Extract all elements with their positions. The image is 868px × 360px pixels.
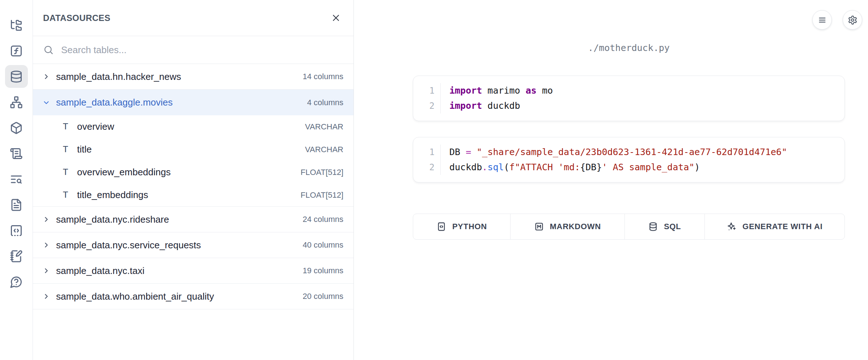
text-search-icon <box>10 173 23 186</box>
table-name: sample_data.nyc.taxi <box>56 265 144 277</box>
column-type: VARCHAR <box>305 145 343 154</box>
table-column-count: 14 columns <box>302 72 343 81</box>
table-name: sample_data.who.ambient_air_quality <box>56 291 214 302</box>
activity-bar <box>0 0 33 360</box>
column-type: FLOAT[512] <box>301 168 343 177</box>
help-chat-icon <box>10 275 23 288</box>
database-icon <box>10 70 23 83</box>
chevron-right-icon <box>42 292 50 300</box>
cells-container: 1import marimo as mo2import duckdb1DB = … <box>413 53 845 183</box>
sidebar-item-file-explorer[interactable] <box>5 14 28 37</box>
scroll-text-icon <box>10 147 23 160</box>
search-tables-input[interactable] <box>61 44 343 56</box>
chevron-right-icon <box>42 73 50 81</box>
varchar-type-icon: T <box>61 121 70 132</box>
table-search <box>33 36 353 64</box>
table-row[interactable]: sample_data.who.ambient_air_quality20 co… <box>33 284 353 309</box>
table-row[interactable]: sample_data.nyc.rideshare24 columns <box>33 207 353 232</box>
table-column-count: 24 columns <box>302 215 343 224</box>
sidebar-item-datasources[interactable] <box>5 65 28 88</box>
sparkles-icon <box>727 222 737 232</box>
file-text-icon <box>10 198 23 211</box>
settings-gear-icon <box>848 15 858 25</box>
table-row[interactable]: sample_data.nyc.taxi19 columns <box>33 258 353 284</box>
line-number: 1 <box>423 83 441 98</box>
chevron-right-icon <box>42 267 50 275</box>
marimo-app: DATASOURCES sample_data.hn.hacker_news14… <box>0 0 868 360</box>
column-name: title_embeddings <box>77 189 148 201</box>
varchar-type-icon: T <box>61 190 70 201</box>
chevron-down-icon <box>42 99 50 107</box>
sidebar-item-snippets[interactable] <box>5 219 28 242</box>
table-column-count: 4 columns <box>307 98 343 107</box>
add-python-cell-button[interactable]: PYTHON <box>413 214 511 239</box>
close-panel-button[interactable] <box>329 11 343 25</box>
notebook-area: ./motherduck.py 1import marimo as mo2imp… <box>354 0 868 360</box>
line-number: 2 <box>423 98 441 113</box>
sidebar-item-logs[interactable] <box>5 142 28 165</box>
code-line: 1DB = "_share/sample_data/23b0d623-1361-… <box>423 145 835 160</box>
notebook-menu-button[interactable] <box>812 10 832 30</box>
code-content: import marimo as mo <box>441 83 553 98</box>
code-content: import duckdb <box>441 98 520 113</box>
datasources-panel-header: DATASOURCES <box>33 0 353 36</box>
column-row[interactable]: TtitleVARCHAR <box>33 138 353 161</box>
column-row[interactable]: ToverviewVARCHAR <box>33 115 353 138</box>
code-line: 2import duckdb <box>423 98 835 113</box>
settings-button[interactable] <box>843 10 862 30</box>
chevron-right-icon <box>42 241 50 249</box>
column-row[interactable]: Toverview_embeddingsFLOAT[512] <box>33 161 353 184</box>
markdown-square-icon <box>534 222 544 232</box>
sidebar-item-variables[interactable] <box>5 39 28 62</box>
sidebar-item-documentation[interactable] <box>5 193 28 216</box>
column-name: overview <box>77 121 114 132</box>
network-icon <box>10 96 23 109</box>
tables-list: sample_data.hn.hacker_news14 columnssamp… <box>33 64 353 360</box>
code-cell[interactable]: 1DB = "_share/sample_data/23b0d623-1361-… <box>413 137 845 183</box>
sidebar-item-scratchpad[interactable] <box>5 245 28 267</box>
add-markdown-cell-button[interactable]: MARKDOWN <box>511 214 625 239</box>
box-icon <box>10 121 23 134</box>
menu-icon <box>817 15 827 25</box>
sidebar-item-packages[interactable] <box>5 116 28 139</box>
varchar-type-icon: T <box>61 144 70 155</box>
datasources-panel: DATASOURCES sample_data.hn.hacker_news14… <box>33 0 354 360</box>
top-actions <box>812 10 862 30</box>
search-icon <box>43 44 54 55</box>
sidebar-item-tracing[interactable] <box>5 168 28 190</box>
code-content: DB = "_share/sample_data/23b0d623-1361-4… <box>441 145 787 160</box>
line-number: 2 <box>423 160 441 175</box>
notebook-column: ./motherduck.py 1import marimo as mo2imp… <box>413 0 845 240</box>
code-cell[interactable]: 1import marimo as mo2import duckdb <box>413 76 845 121</box>
table-columns-group: ToverviewVARCHARTtitleVARCHARToverview_e… <box>33 115 353 207</box>
code-square-icon <box>436 222 446 232</box>
add-cell-button-label: GENERATE WITH AI <box>742 222 822 231</box>
table-row[interactable]: sample_data.nyc.service_requests40 colum… <box>33 232 353 258</box>
add-sql-cell-button[interactable]: SQL <box>625 214 705 239</box>
code-content: duckdb.sql(f"ATTACH 'md:{DB}' AS sample_… <box>441 160 700 175</box>
sidebar-item-dependency-graph[interactable] <box>5 91 28 113</box>
panel-title: DATASOURCES <box>43 13 110 23</box>
chevron-right-icon <box>42 215 50 223</box>
table-row[interactable]: sample_data.hn.hacker_news14 columns <box>33 64 353 90</box>
code-snippets-icon <box>10 224 23 237</box>
generate-with-ai-button[interactable]: GENERATE WITH AI <box>705 214 844 239</box>
notebook-pen-icon <box>10 250 23 263</box>
database-icon <box>648 222 658 232</box>
add-cell-button-label: PYTHON <box>452 222 487 231</box>
table-row[interactable]: sample_data.kaggle.movies4 columns <box>33 90 353 115</box>
notebook-filename: ./motherduck.py <box>413 43 845 53</box>
folder-tree-icon <box>10 19 23 32</box>
line-number: 1 <box>423 145 441 160</box>
table-column-count: 19 columns <box>302 266 343 275</box>
table-name: sample_data.kaggle.movies <box>56 97 173 108</box>
add-cell-button-label: SQL <box>664 222 681 231</box>
code-line: 1import marimo as mo <box>423 83 835 98</box>
code-line: 2duckdb.sql(f"ATTACH 'md:{DB}' AS sample… <box>423 160 835 175</box>
sidebar-item-help[interactable] <box>5 270 28 293</box>
close-icon <box>331 13 341 23</box>
add-cell-button-label: MARKDOWN <box>550 222 601 231</box>
column-row[interactable]: Ttitle_embeddingsFLOAT[512] <box>33 184 353 206</box>
table-name: sample_data.nyc.service_requests <box>56 240 201 251</box>
column-name: overview_embeddings <box>77 167 171 178</box>
